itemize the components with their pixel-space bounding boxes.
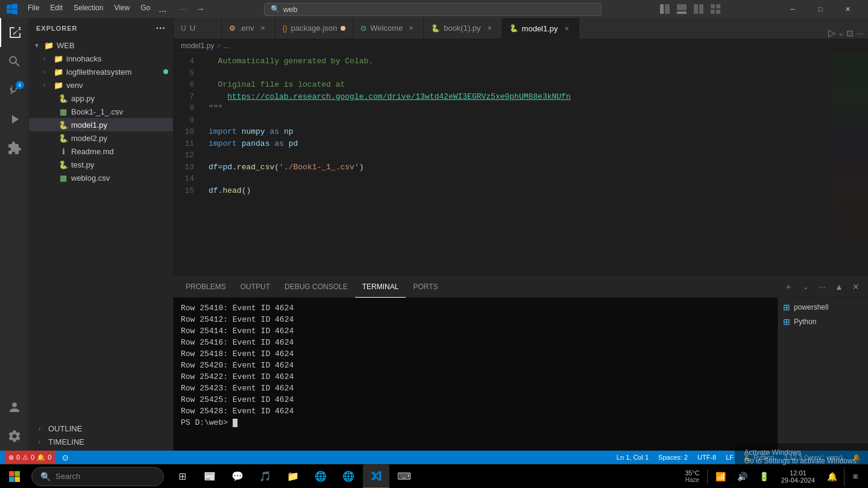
sidebar-item-model1-py[interactable]: 🐍 model1.py: [29, 118, 173, 131]
panel-layout-icon[interactable]: [675, 2, 689, 16]
activity-run[interactable]: [0, 105, 29, 134]
tab-welcome[interactable]: ⊙ Welcome ✕: [353, 18, 424, 39]
taskbar-search[interactable]: 🔍 Search: [31, 467, 164, 486]
statusbar-remote[interactable]: ⊙: [60, 451, 71, 464]
tab-welcome-close[interactable]: ✕: [406, 23, 416, 33]
sidebar-item-innohacks[interactable]: › 📁 innohacks: [29, 52, 173, 65]
statusbar-eol[interactable]: LF: [723, 451, 736, 464]
web-folder[interactable]: ▼ 📁 WEB: [29, 39, 173, 52]
nav-back-button[interactable]: ←: [177, 2, 191, 16]
activity-extensions[interactable]: [0, 134, 29, 163]
terminal-session-powershell[interactable]: ⊞ powershell: [778, 300, 868, 314]
outline-section[interactable]: › OUTLINE: [34, 422, 168, 435]
taskbar-volume-icon[interactable]: 🔊: [733, 467, 752, 486]
taskbar-notification[interactable]: 🔔: [822, 467, 841, 486]
panel-maximize-button[interactable]: ▲: [832, 280, 846, 294]
breadcrumb-file[interactable]: model1.py: [181, 42, 214, 50]
grid-layout-icon[interactable]: [708, 2, 723, 16]
activity-source-control[interactable]: 4: [0, 76, 29, 105]
tab-env[interactable]: ⚙ .env ✕: [222, 18, 275, 39]
tab-package-json[interactable]: {} package.json: [275, 18, 354, 39]
taskbar-edge[interactable]: 🌐: [307, 465, 334, 489]
close-button[interactable]: ✕: [834, 0, 862, 18]
menu-more[interactable]: ...: [156, 2, 169, 16]
split-editor-button[interactable]: ⊡: [846, 28, 854, 38]
statusbar-errors[interactable]: ⊗ 0 ⚠ 0 🔔 0: [5, 451, 55, 464]
sidebar-item-app-py[interactable]: 🐍 app.py: [29, 92, 173, 105]
activity-search[interactable]: [0, 47, 29, 76]
search-input[interactable]: [283, 5, 595, 14]
code-editor[interactable]: 4 5 6 7 8 9 10 11 12 13 14 15 Automatica…: [174, 53, 868, 276]
taskbar-network-icon[interactable]: 📶: [711, 467, 731, 486]
statusbar-spaces[interactable]: Spaces: 2: [656, 451, 690, 464]
sidebar-item-test-py[interactable]: 🐍 test.py: [29, 158, 173, 171]
statusbar-encoding[interactable]: UTF-8: [695, 451, 719, 464]
minimize-button[interactable]: ─: [779, 0, 807, 18]
sidebar-item-model2-py[interactable]: 🐍 model2.py: [29, 131, 173, 145]
panel-tab-output[interactable]: OUTPUT: [233, 277, 277, 298]
panel-tab-problems[interactable]: PROBLEMS: [178, 277, 233, 298]
tab-model1[interactable]: 🐍 model1.py ✕: [502, 18, 579, 39]
tab-env-close[interactable]: ✕: [258, 23, 268, 33]
activity-account[interactable]: [0, 393, 29, 422]
run-button[interactable]: ▷: [828, 27, 835, 39]
sidebar-item-book1-csv[interactable]: ▦ Book1-_1_.csv: [29, 105, 173, 118]
taskbar-explorer[interactable]: 📁: [280, 465, 306, 489]
menu-edit[interactable]: Edit: [45, 2, 68, 16]
statusbar-python-version[interactable]: 3.12.3 ('venv': venv): [781, 451, 845, 464]
taskbar-chat[interactable]: 💬: [224, 465, 251, 489]
taskbar-weather[interactable]: 35°C Haze: [681, 469, 703, 483]
titlebar: File Edit Selection View Go ... ← → 🔍 ─ …: [0, 0, 868, 18]
nav-forward-button[interactable]: →: [193, 2, 208, 16]
search-bar[interactable]: 🔍: [264, 3, 602, 16]
terminal-label: TERMINAL: [362, 283, 399, 291]
menu-go[interactable]: Go: [136, 2, 155, 16]
model2-py-label: model2.py: [71, 134, 107, 143]
tab-u[interactable]: U U: [174, 18, 222, 39]
menu-file[interactable]: File: [23, 2, 44, 16]
panel-more-button[interactable]: ···: [815, 280, 829, 294]
panel-tab-terminal[interactable]: TERMINAL: [355, 277, 406, 298]
sidebar-item-logfilethreatsystem[interactable]: › 📁 logfilethreatsystem: [29, 65, 173, 78]
panel-tab-debug-console[interactable]: DEBUG CONSOLE: [277, 277, 355, 298]
taskbar-terminal[interactable]: ⌨: [391, 465, 417, 489]
activity-explorer[interactable]: [0, 18, 29, 47]
code-content[interactable]: Automatically generated by Colab. Origin…: [204, 53, 832, 276]
taskbar-taskview[interactable]: ⊞: [169, 465, 195, 489]
statusbar-language[interactable]: 🐍 Python: [741, 451, 776, 464]
new-terminal-button[interactable]: +: [781, 280, 796, 294]
taskbar-mediaplayer[interactable]: 🎵: [252, 465, 278, 489]
editor-area: U U ⚙ .env ✕ {} package.json ⊙ Welcome ✕: [174, 18, 868, 451]
taskbar-clock[interactable]: 12:01 29-04-2024: [776, 469, 820, 484]
terminal-session-python[interactable]: ⊞ Python: [778, 314, 868, 329]
sidebar-item-weblog-csv[interactable]: ▦ weblog.csv: [29, 171, 173, 184]
statusbar-line-col[interactable]: Ln 1, Col 1: [614, 451, 651, 464]
maximize-button[interactable]: □: [807, 0, 834, 18]
sidebar-layout-icon[interactable]: [658, 2, 672, 16]
panel-close-button[interactable]: ✕: [849, 280, 863, 294]
tab-book1-close[interactable]: ✕: [485, 23, 494, 33]
taskbar-widgets[interactable]: 📰: [197, 465, 223, 489]
taskbar-battery-icon[interactable]: 🔋: [755, 467, 774, 486]
tab-book1[interactable]: 🐍 book(1).py ✕: [424, 18, 502, 39]
start-button[interactable]: [0, 465, 29, 489]
menu-selection[interactable]: Selection: [69, 2, 108, 16]
activity-settings[interactable]: [0, 422, 29, 451]
run-dropdown[interactable]: ⌄: [838, 29, 844, 37]
sidebar-item-readme[interactable]: ℹ Readme.md: [29, 145, 173, 158]
breadcrumb-dots[interactable]: ...: [223, 42, 229, 50]
terminal-split-button[interactable]: ⌄: [798, 280, 813, 294]
taskbar-vscode[interactable]: [363, 465, 389, 489]
more-actions-button[interactable]: ···: [856, 28, 863, 38]
sidebar-item-venv[interactable]: › 📁 venv: [29, 78, 173, 92]
menu-view[interactable]: View: [109, 2, 134, 16]
timeline-section[interactable]: › TIMELINE: [34, 435, 168, 448]
terminal-content[interactable]: Row 25410: Event ID 4624 Row 25412: Even…: [174, 298, 778, 451]
statusbar-bell[interactable]: 🔔: [850, 451, 863, 464]
tab-model1-close[interactable]: ✕: [562, 23, 571, 33]
panel-tab-ports[interactable]: PORTS: [406, 277, 445, 298]
split-layout-icon[interactable]: [691, 2, 706, 16]
taskbar-show-desktop[interactable]: ⊞: [844, 467, 863, 486]
sidebar-more-button[interactable]: ···: [156, 23, 166, 34]
taskbar-chrome[interactable]: 🌐: [335, 465, 362, 489]
